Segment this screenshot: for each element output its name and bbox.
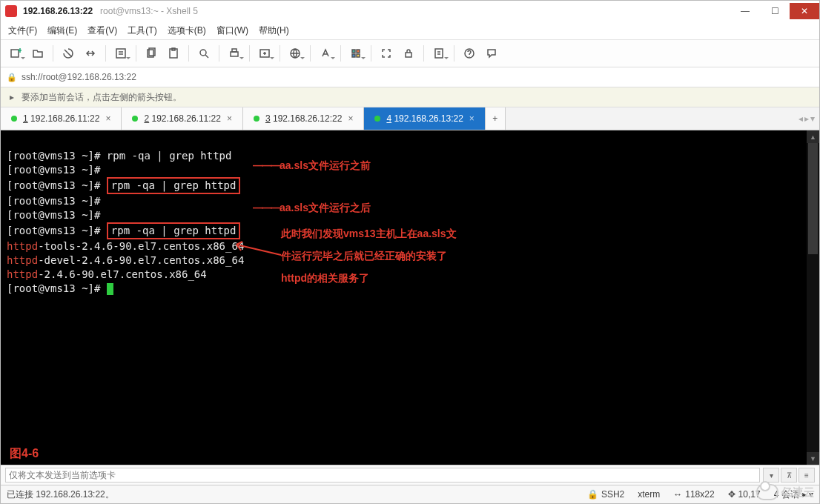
maximize-button[interactable]: ☐ xyxy=(760,3,790,19)
address-url[interactable]: ssh://root@192.168.26.13:22 xyxy=(22,72,136,82)
highlight-box-before: rpm -qa | grep httpd xyxy=(107,177,241,194)
menu-edit[interactable]: 编辑(E) xyxy=(47,24,77,37)
session-tab-2[interactable]: 2 192.168.26.11:22 × xyxy=(122,107,242,130)
properties-button[interactable] xyxy=(110,43,131,64)
annotation-desc-1: 此时我们发现vms13主机上在aa.sls文 xyxy=(281,227,457,241)
svg-rect-0 xyxy=(11,50,19,57)
annotation-desc-2: 件运行完毕之后就已经正确的安装了 xyxy=(281,249,447,263)
scroll-thumb[interactable] xyxy=(808,143,818,254)
help-button[interactable] xyxy=(459,43,480,64)
watermark: 亿速云 xyxy=(756,484,815,500)
svg-rect-11 xyxy=(352,50,355,53)
paste-button[interactable] xyxy=(163,43,184,64)
svg-rect-16 xyxy=(435,49,443,58)
fullscreen-button[interactable] xyxy=(376,43,397,64)
new-tab-button[interactable]: + xyxy=(486,107,506,130)
svg-rect-14 xyxy=(357,54,360,57)
close-button[interactable]: ✕ xyxy=(790,3,819,19)
chat-button[interactable] xyxy=(481,43,502,64)
reconnect-button[interactable] xyxy=(58,43,79,64)
svg-rect-8 xyxy=(232,49,237,52)
annotation-before: ———aa.sls文件运行之前 xyxy=(253,159,371,173)
status-size: ↔ 118x22 xyxy=(673,489,714,500)
send-list-button[interactable]: ≡ xyxy=(798,468,815,483)
tab-prev-icon[interactable]: ◂ xyxy=(798,113,803,124)
svg-rect-7 xyxy=(231,52,238,56)
annotation-after: ———aa.sls文件运行之后 xyxy=(253,201,371,215)
copy-button[interactable] xyxy=(141,43,162,64)
title-ip: 192.168.26.13:22 xyxy=(23,6,93,16)
svg-rect-15 xyxy=(406,53,411,57)
status-dot-icon xyxy=(11,116,17,122)
send-input[interactable] xyxy=(5,468,760,483)
tab-list-icon[interactable]: ▾ xyxy=(810,113,815,124)
hint-arrow-icon[interactable]: ▸ xyxy=(7,92,17,102)
open-button[interactable] xyxy=(27,43,48,64)
new-session-button[interactable] xyxy=(5,43,26,64)
svg-rect-1 xyxy=(116,49,125,58)
status-connection: 已连接 192.168.26.13:22。 xyxy=(7,488,114,501)
status-dot-icon xyxy=(374,116,380,122)
script-button[interactable] xyxy=(429,43,449,64)
find-button[interactable] xyxy=(194,43,214,64)
titlebar: 192.168.26.13:22 root@vms13:~ - Xshell 5… xyxy=(1,1,819,21)
scroll-up-icon[interactable]: ▲ xyxy=(807,130,819,143)
scroll-track[interactable] xyxy=(807,143,819,452)
figure-label: 图4-6 xyxy=(10,446,39,460)
scroll-down-icon[interactable]: ▼ xyxy=(807,452,819,465)
hint-text: 要添加当前会话，点击左侧的箭头按钮。 xyxy=(22,91,182,104)
session-tab-3[interactable]: 3 192.168.26.12:22 × xyxy=(243,107,364,130)
status-term: xterm xyxy=(638,489,660,500)
status-bar: 已连接 192.168.26.13:22。 🔒 SSH2 xterm ↔ 118… xyxy=(1,485,819,503)
send-menu-button[interactable]: ▾ xyxy=(763,468,779,483)
menu-tools[interactable]: 工具(T) xyxy=(128,24,156,37)
lock-icon: 🔒 xyxy=(7,73,17,82)
tab-bar: 1 192.168.26.11:22 × 2 192.168.26.11:22 … xyxy=(1,107,819,130)
tab-next-icon[interactable]: ▸ xyxy=(804,113,809,124)
tab-close-icon[interactable]: × xyxy=(227,113,232,124)
terminal[interactable]: [root@vms13 ~]# rpm -qa | grep httpd [ro… xyxy=(1,130,807,465)
lock-button[interactable] xyxy=(398,43,419,64)
cloud-icon xyxy=(756,484,778,500)
tab-close-icon[interactable]: × xyxy=(105,113,110,124)
menu-help[interactable]: 帮助(H) xyxy=(259,24,289,37)
language-button[interactable] xyxy=(285,43,305,64)
hint-bar: ▸ 要添加当前会话，点击左侧的箭头按钮。 xyxy=(1,87,819,107)
session-tab-4[interactable]: 4 192.168.26.13:22 × xyxy=(364,107,485,130)
menu-view[interactable]: 查看(V) xyxy=(87,24,117,37)
tab-close-icon[interactable]: × xyxy=(469,113,475,124)
highlight-box-after: rpm -qa | grep httpd xyxy=(107,222,241,239)
toolbar xyxy=(1,40,819,67)
terminal-cursor xyxy=(107,283,113,295)
session-tab-1[interactable]: 1 192.168.26.11:22 × xyxy=(1,107,122,130)
disconnect-button[interactable] xyxy=(80,43,101,64)
app-logo xyxy=(5,5,17,17)
svg-rect-13 xyxy=(352,54,355,57)
font-button[interactable] xyxy=(315,43,336,64)
color-button[interactable] xyxy=(345,43,366,64)
print-button[interactable] xyxy=(224,43,245,64)
menubar: 文件(F) 编辑(E) 查看(V) 工具(T) 选项卡(B) 窗口(W) 帮助(… xyxy=(1,21,819,40)
status-dot-icon xyxy=(132,116,138,122)
svg-rect-12 xyxy=(357,50,360,53)
menu-window[interactable]: 窗口(W) xyxy=(216,24,248,37)
terminal-area: [root@vms13 ~]# rpm -qa | grep httpd [ro… xyxy=(1,130,819,465)
status-dot-icon xyxy=(254,116,259,122)
tab-nav: ◂ ▸ ▾ xyxy=(794,107,819,130)
title-subtitle: root@vms13:~ - Xshell 5 xyxy=(100,6,198,16)
tab-close-icon[interactable]: × xyxy=(348,113,353,124)
send-bar: ▾ ⊼ ≡ xyxy=(1,465,819,485)
minimize-button[interactable]: — xyxy=(730,3,760,19)
svg-point-6 xyxy=(200,50,206,56)
terminal-scrollbar[interactable]: ▲ ▼ xyxy=(807,130,819,465)
menu-file[interactable]: 文件(F) xyxy=(8,24,37,37)
transfer-button[interactable] xyxy=(254,43,275,64)
send-pin-button[interactable]: ⊼ xyxy=(781,468,797,483)
annotation-desc-3: httpd的相关服务了 xyxy=(281,271,369,285)
status-ssh: 🔒 SSH2 xyxy=(587,489,624,500)
menu-tabs[interactable]: 选项卡(B) xyxy=(168,24,206,37)
address-bar: 🔒 ssh://root@192.168.26.13:22 xyxy=(1,67,819,87)
